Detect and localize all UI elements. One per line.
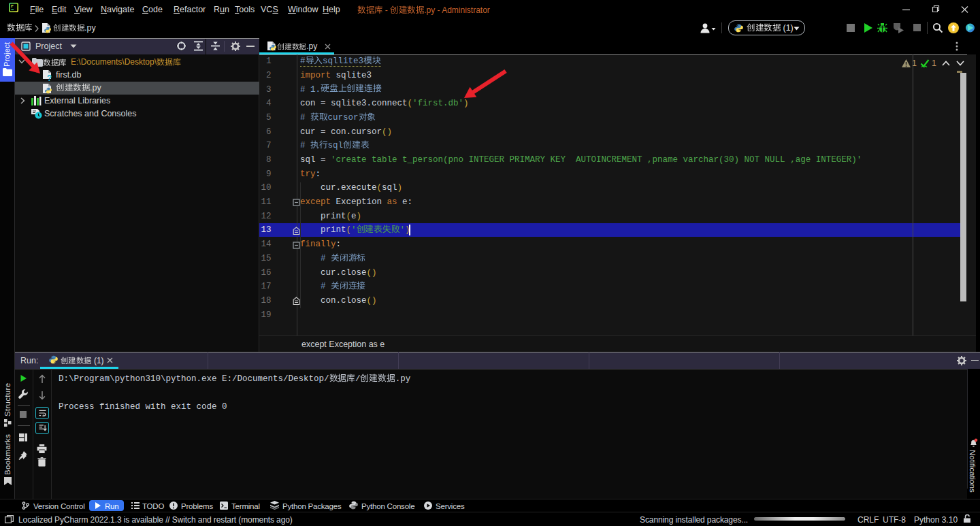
svg-text:?: ? <box>47 73 52 82</box>
